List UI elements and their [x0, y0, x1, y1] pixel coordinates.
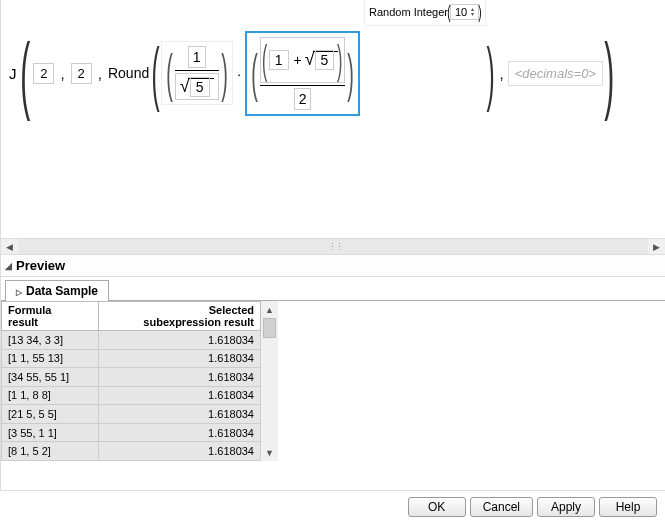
- randint-value: 10: [455, 6, 467, 18]
- scroll-right-icon[interactable]: ▶: [648, 239, 665, 254]
- table-row[interactable]: [1 1, 55 13]1.618034: [2, 349, 261, 368]
- data-table: Formularesult Selectedsubexpression resu…: [1, 301, 261, 461]
- sqrt: √ 5: [180, 76, 214, 97]
- table-row[interactable]: [3 55, 1 1]1.618034: [2, 423, 261, 442]
- data-sample-area: Formularesult Selectedsubexpression resu…: [1, 301, 665, 461]
- button-bar: OK Cancel Apply Help: [0, 490, 665, 523]
- cell-formula-result: [1 1, 55 13]: [2, 349, 99, 368]
- decimals-placeholder[interactable]: <decimals=0>: [508, 61, 603, 86]
- paren-open: (: [20, 30, 30, 116]
- fraction-denominator[interactable]: 2: [294, 88, 312, 110]
- paren-open: (: [251, 47, 258, 99]
- tab-bar: Data Sample: [1, 279, 665, 301]
- paren-open: (: [166, 47, 173, 99]
- col-subexpr-result[interactable]: Selectedsubexpression result: [99, 302, 261, 331]
- paren-close: ): [479, 2, 482, 23]
- paren-close: ): [347, 47, 354, 99]
- comma: ,: [98, 65, 102, 82]
- cell-subexpr-result: 1.618034: [99, 442, 261, 461]
- power-group: ( ( 1 + √ 5 ) 2 ): [245, 31, 486, 116]
- arg-1[interactable]: 2: [33, 63, 54, 84]
- randint-arg-box[interactable]: 10 ▴▾: [450, 4, 479, 20]
- preview-label: Preview: [16, 258, 65, 273]
- paren-open: (: [447, 2, 450, 23]
- scroll-up-icon[interactable]: ▲: [261, 301, 278, 318]
- exponent[interactable]: Random Integer ( 10 ▴▾ ): [364, 0, 486, 26]
- paren-open: (: [152, 38, 160, 108]
- vertical-scrollbar[interactable]: ▲ ▼: [261, 301, 278, 461]
- cell-subexpr-result: 1.618034: [99, 423, 261, 442]
- fraction-bar: [260, 85, 344, 86]
- cell-formula-result: [8 1, 5 2]: [2, 442, 99, 461]
- scroll-grip-icon: ⋮⋮: [328, 242, 336, 251]
- disclosure-icon[interactable]: ◢: [5, 261, 12, 271]
- fraction-denominator[interactable]: √ 5: [175, 73, 219, 100]
- cell-formula-result: [13 34, 3 3]: [2, 331, 99, 350]
- arg-2[interactable]: 2: [71, 63, 92, 84]
- cell-subexpr-result: 1.618034: [99, 386, 261, 405]
- plus-icon: +: [294, 52, 302, 68]
- fraction-1-group[interactable]: ( 1 √ 5 ): [161, 41, 233, 105]
- multiply-icon: ·: [237, 65, 241, 82]
- cell-subexpr-result: 1.618034: [99, 331, 261, 350]
- cell-subexpr-result: 1.618034: [99, 368, 261, 387]
- cell-subexpr-result: 1.618034: [99, 405, 261, 424]
- cell-formula-result: [21 5, 5 5]: [2, 405, 99, 424]
- horizontal-scrollbar[interactable]: ◀ ⋮⋮ ▶: [1, 238, 665, 255]
- fraction-2: ( 1 + √ 5 ) 2: [260, 35, 344, 112]
- comma: ,: [60, 65, 64, 82]
- table-row[interactable]: [21 5, 5 5]1.618034: [2, 405, 261, 424]
- table-row[interactable]: [13 34, 3 3]1.618034: [2, 331, 261, 350]
- apply-button[interactable]: Apply: [537, 497, 595, 517]
- fraction-numerator[interactable]: 1: [188, 46, 206, 68]
- function-j: J: [9, 65, 17, 82]
- paren-close: ): [221, 47, 228, 99]
- cell-formula-result: [3 55, 1 1]: [2, 423, 99, 442]
- paren-close: ): [337, 40, 342, 80]
- spinner-icon[interactable]: ▴▾: [471, 7, 474, 17]
- paren-close: ): [604, 30, 614, 116]
- fraction-2-group-selected[interactable]: ( ( 1 + √ 5 ) 2 ): [245, 31, 360, 116]
- help-button[interactable]: Help: [599, 497, 657, 517]
- ok-button[interactable]: OK: [408, 497, 466, 517]
- col-formula-result[interactable]: Formularesult: [2, 302, 99, 331]
- term-1[interactable]: 1: [269, 50, 289, 70]
- sqrt: √ 5: [305, 49, 339, 70]
- tab-data-sample[interactable]: Data Sample: [5, 280, 109, 301]
- fraction-1: 1 √ 5: [175, 44, 219, 102]
- fraction-bar: [175, 70, 219, 71]
- randint-fn: Random Integer: [369, 6, 448, 18]
- scroll-down-icon[interactable]: ▼: [261, 444, 278, 461]
- scroll-left-icon[interactable]: ◀: [1, 239, 18, 254]
- cell-formula-result: [34 55, 55 1]: [2, 368, 99, 387]
- paren-close: ): [487, 38, 495, 108]
- formula-expression: J ( 2 , 2 , Round ( ( 1 √ 5 ) ·: [9, 30, 616, 116]
- round-fn: Round: [108, 65, 149, 81]
- table-row[interactable]: [34 55, 55 1]1.618034: [2, 368, 261, 387]
- fraction-numerator[interactable]: ( 1 + √ 5 ): [260, 37, 344, 83]
- cell-formula-result: [1 1, 8 8]: [2, 386, 99, 405]
- comma: ,: [499, 65, 503, 82]
- radicand[interactable]: 5: [190, 77, 210, 97]
- cancel-button[interactable]: Cancel: [470, 497, 533, 517]
- scroll-track[interactable]: [261, 338, 278, 444]
- table-row[interactable]: [8 1, 5 2]1.618034: [2, 442, 261, 461]
- formula-editor[interactable]: J ( 2 , 2 , Round ( ( 1 √ 5 ) ·: [1, 0, 665, 238]
- preview-header[interactable]: ◢ Preview: [1, 255, 665, 277]
- table-row[interactable]: [1 1, 8 8]1.618034: [2, 386, 261, 405]
- scroll-thumb[interactable]: [263, 318, 276, 338]
- paren-open: (: [262, 40, 267, 80]
- radicand[interactable]: 5: [315, 50, 335, 70]
- cell-subexpr-result: 1.618034: [99, 349, 261, 368]
- scroll-track[interactable]: ⋮⋮: [18, 239, 648, 254]
